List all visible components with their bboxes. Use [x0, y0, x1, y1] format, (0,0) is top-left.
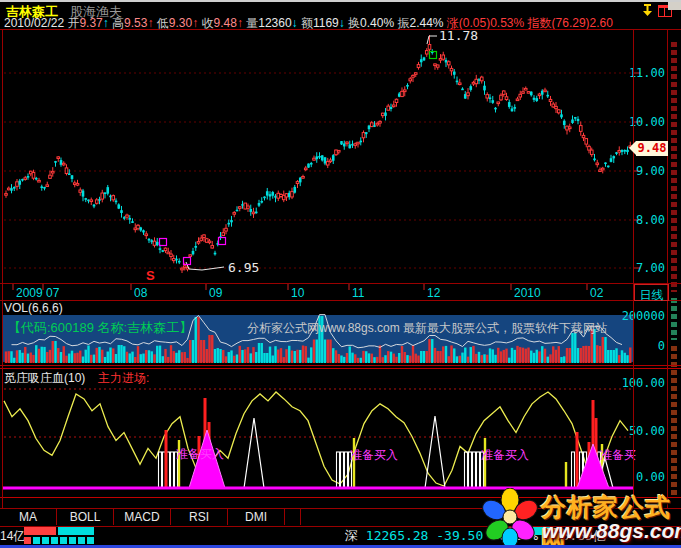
right-strip-text: [671, 298, 677, 340]
axis-label: 10.00: [629, 115, 665, 129]
anchor-icon[interactable]: [641, 4, 654, 17]
quote-segment: 9.48: [214, 16, 237, 30]
meter-tick: [69, 537, 76, 544]
axis-label: 11.00: [629, 66, 665, 80]
divider: [0, 368, 681, 369]
quote-segment: 12360: [258, 16, 291, 30]
quote-segment: (76.29)2.60: [552, 16, 613, 30]
quote-segment: 开: [67, 16, 79, 30]
axis-label: 50.00: [629, 424, 665, 438]
quote-segment: 量: [246, 16, 258, 30]
quote-segment: 低: [157, 16, 169, 30]
quote-segment: 9.53: [124, 16, 147, 30]
ratio-meter-cyan: [58, 527, 94, 535]
date-label: 11: [352, 286, 364, 300]
quote-segment: 高: [112, 16, 124, 30]
status-left-value: 14亿: [0, 528, 25, 545]
site-logo-flower-icon: [480, 488, 540, 546]
scrollbar-corner[interactable]: [668, 2, 681, 10]
quote-segment: ↑: [103, 16, 112, 30]
quote-segment: 0.40%: [360, 16, 397, 30]
quote-segment: ↓: [292, 16, 301, 30]
quote-segment: 2010/02/22: [4, 16, 67, 30]
banner-ad-text: 分析家公式网www.88gs.com 最新最大股票公式，股票软件下载网站: [247, 320, 607, 337]
border-left: [2, 29, 3, 508]
buy-signal-label: 准备买入: [481, 447, 529, 464]
date-label: 10: [291, 286, 304, 300]
date-label: 2009: [16, 286, 43, 300]
quote-segment: ↑: [147, 16, 156, 30]
meter-tick: [24, 537, 31, 544]
sell-marker: S: [146, 268, 155, 283]
quote-segment: 2.44%: [409, 16, 446, 30]
buy-signal-label: 准备买入: [176, 446, 224, 463]
banner-code-text: 【代码:600189 名称:吉林森工】: [8, 319, 192, 337]
axis-label: 7.00: [636, 261, 665, 275]
status-segment: 深: [345, 528, 366, 543]
meter-tick: [42, 537, 49, 544]
quote-segment: 额: [301, 16, 313, 30]
osc-indicator-label[interactable]: 觅庄吸庄血(10): [4, 370, 85, 387]
axis-label: 200000: [622, 309, 665, 323]
date-label: 09: [209, 286, 222, 300]
meter-tick: [87, 537, 94, 544]
quote-segment: 9.37: [79, 16, 102, 30]
divider: [0, 283, 681, 284]
border-axis-right: [667, 29, 668, 508]
header: 吉林森工 股海渔夫 2010/02/22 开9.37↑ 高9.53↑ 低9.30…: [0, 2, 681, 30]
chart-canvas: [0, 0, 681, 548]
ratio-meter-red: [24, 527, 56, 535]
period-selector[interactable]: 日线: [634, 284, 669, 301]
quote-segment: ↑: [192, 16, 201, 30]
meter-tick: [33, 537, 40, 544]
quote-segment: 换: [348, 16, 360, 30]
axis-label: 8.00: [636, 213, 665, 227]
axis-label: 100.00: [622, 376, 665, 390]
date-label: 12: [427, 286, 440, 300]
date-label: 07: [46, 286, 59, 300]
quote-segment: 涨: [447, 16, 459, 30]
tab-rsi[interactable]: RSI: [171, 509, 228, 525]
quote-segment: ↑: [237, 16, 246, 30]
quote-segment: ↓: [339, 16, 348, 30]
axis-label: 0.00: [636, 470, 665, 484]
tab-divider: [300, 509, 301, 525]
buy-signal-label: 准备买: [600, 447, 636, 464]
right-strip-text: [671, 42, 677, 292]
trading-app-window: 吉林森工 股海渔夫 2010/02/22 开9.37↑ 高9.53↑ 低9.30…: [0, 0, 681, 548]
meter-tick: [60, 537, 67, 544]
vol-indicator-label[interactable]: VOL(6,6,6): [4, 301, 63, 315]
tab-ma[interactable]: MA: [0, 509, 57, 525]
tab-dmi[interactable]: DMI: [228, 509, 285, 525]
tab-macd[interactable]: MACD: [114, 509, 171, 525]
quote-segment: 指数: [528, 16, 552, 30]
osc-signal-label: 主力进场:: [98, 370, 149, 387]
date-label: 08: [134, 286, 147, 300]
period-label: 日线: [640, 288, 664, 302]
low-annotation: 6.95: [228, 260, 259, 275]
buy-signal-label: 准备买入: [350, 447, 398, 464]
date-label: 2010: [514, 286, 541, 300]
tab-boll[interactable]: BOLL: [57, 509, 114, 525]
divider: [0, 300, 681, 301]
quote-segment: (0.05)0.53%: [459, 16, 528, 30]
quote-segment: 1169: [313, 16, 339, 30]
meter-tick: [51, 537, 58, 544]
date-label: 02: [590, 286, 603, 300]
window-top-edge: [0, 0, 681, 2]
current-price-tag: 9.48: [636, 141, 668, 156]
divider: [0, 365, 681, 366]
status-segment: 12265.28: [366, 528, 436, 543]
quote-segment: 收: [202, 16, 214, 30]
watermark-site-url: www.88gs.com: [542, 519, 681, 543]
quote-segment: 9.30: [169, 16, 192, 30]
axis-label: 0: [658, 339, 665, 353]
axis-label: 9.00: [636, 164, 665, 178]
meter-tick: [78, 537, 85, 544]
border-chart-right: [633, 29, 634, 508]
divider: [0, 29, 681, 30]
quote-segment: 振: [397, 16, 409, 30]
